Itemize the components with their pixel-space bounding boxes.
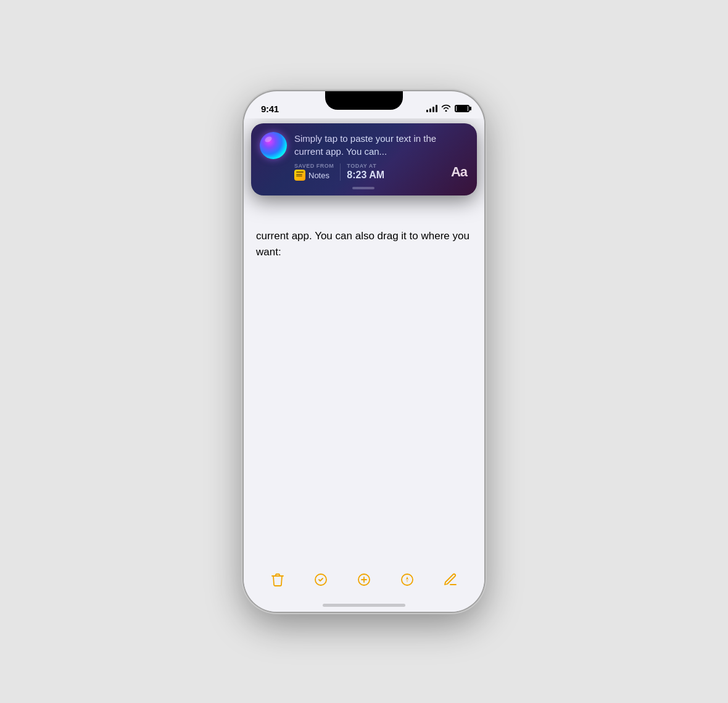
checkmark-circle-icon (313, 572, 328, 587)
status-time: 9:41 (261, 104, 279, 114)
siri-popup[interactable]: Simply tap to paste your text in the cur… (251, 123, 477, 195)
siri-divider (340, 163, 341, 181)
battery-icon (455, 105, 469, 112)
siri-today-at-section: TODAY AT 8:23 AM (347, 163, 384, 181)
wifi-icon (441, 104, 451, 113)
delete-button[interactable] (264, 566, 291, 593)
status-icons (426, 104, 469, 113)
siri-app-row: Notes (294, 170, 334, 181)
add-button[interactable] (350, 566, 378, 593)
siri-today-at-label: TODAY AT (347, 163, 384, 169)
notes-app-icon (294, 170, 305, 181)
siri-meta-row: SAVED FROM Notes TODAY AT 8:23 AM Aa (294, 163, 467, 181)
siri-popup-header: Simply tap to paste your text in the cur… (260, 132, 467, 181)
notes-body: current app. You can also drag it to whe… (244, 223, 484, 269)
compose-icon (443, 572, 458, 587)
bottom-toolbar (244, 566, 484, 593)
phone-frame: 9:41 (244, 91, 484, 612)
siri-drag-handle (352, 187, 374, 189)
notch (325, 91, 403, 110)
siri-message-area: Simply tap to paste your text in the cur… (294, 132, 467, 181)
plus-circle-icon (357, 572, 371, 587)
notes-body-text: current app. You can also drag it to whe… (256, 228, 472, 260)
svg-point-4 (402, 574, 413, 585)
location-button[interactable] (394, 566, 421, 593)
siri-time-value: 8:23 AM (347, 170, 384, 181)
siri-main-text: Simply tap to paste your text in the cur… (294, 132, 467, 158)
siri-app-name: Notes (308, 171, 329, 180)
signal-icon (426, 105, 437, 112)
trash-icon (270, 572, 285, 587)
svg-marker-6 (406, 580, 408, 583)
siri-orb-icon (260, 132, 287, 159)
siri-saved-from-label: SAVED FROM (294, 163, 334, 169)
svg-marker-5 (406, 577, 408, 580)
siri-saved-from-section: SAVED FROM Notes (294, 163, 334, 181)
navigation-icon (400, 572, 415, 587)
siri-aa-button[interactable]: Aa (445, 164, 467, 180)
compose-button[interactable] (437, 566, 464, 593)
content-area: Simply tap to paste your text in the cur… (244, 118, 484, 612)
checkmark-button[interactable] (307, 566, 334, 593)
home-indicator (323, 604, 405, 607)
